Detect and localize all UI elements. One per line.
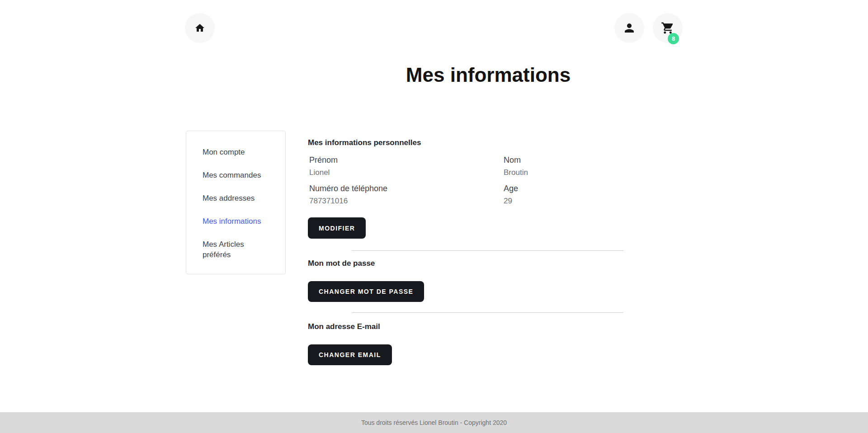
field-value-nom: Broutin — [504, 166, 528, 179]
email-heading: Mon adresse E-mail — [308, 322, 380, 331]
home-button[interactable] — [185, 13, 215, 43]
personal-info-heading: Mes informations personnelles — [308, 138, 421, 147]
section-divider — [352, 312, 623, 313]
person-icon — [623, 21, 636, 35]
field-value-age: 29 — [504, 195, 528, 207]
cart-button[interactable]: 8 — [653, 13, 683, 43]
sidebar-item-mes-articles-preferes[interactable]: Mes Articles préférés — [186, 233, 285, 266]
account-button[interactable] — [614, 13, 644, 43]
sidebar-item-mes-addresses[interactable]: Mes addresses — [186, 187, 285, 210]
change-email-button[interactable]: CHANGER EMAIL — [308, 344, 392, 365]
field-label-telephone: Numéro de téléphone — [309, 183, 504, 195]
home-icon — [194, 23, 205, 33]
modifier-button[interactable]: MODIFIER — [308, 217, 366, 239]
section-divider — [352, 250, 623, 251]
field-label-nom: Nom — [504, 154, 528, 166]
personal-info-fields: Prénom Nom Lionel Broutin Numéro de télé… — [309, 154, 528, 211]
sidebar-menu: Mon compte Mes commandes Mes addresses M… — [186, 141, 285, 266]
sidebar-item-mon-compte[interactable]: Mon compte — [186, 141, 285, 164]
field-value-prenom: Lionel — [309, 166, 504, 179]
footer-copyright-text: Tous droits réservés Lionel Broutin - Co… — [361, 419, 507, 426]
page-title: Mes informations — [108, 64, 868, 86]
cart-badge: 8 — [668, 33, 679, 44]
page: 8 Mes informations Mon compte Mes comman… — [0, 0, 868, 433]
field-label-prenom: Prénom — [309, 154, 504, 166]
account-sidebar: Mon compte Mes commandes Mes addresses M… — [186, 131, 286, 274]
password-heading: Mon mot de passe — [308, 259, 375, 268]
change-password-button[interactable]: CHANGER MOT DE PASSE — [308, 281, 424, 302]
footer: Tous droits réservés Lionel Broutin - Co… — [0, 412, 868, 433]
sidebar-item-mes-commandes[interactable]: Mes commandes — [186, 164, 285, 187]
field-value-telephone: 787371016 — [309, 195, 504, 207]
field-label-age: Age — [504, 183, 528, 195]
sidebar-item-mes-informations[interactable]: Mes informations — [186, 210, 285, 233]
